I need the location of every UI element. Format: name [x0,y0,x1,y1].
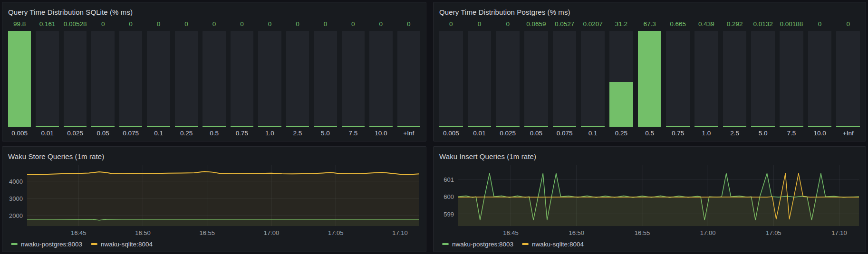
bar-bucket-label: 0.05 [91,127,114,139]
x-axis-tick-label: 16:50 [135,229,151,236]
bar-gauge-cell: 00.05 [91,17,114,139]
x-axis-tick-label: 17:00 [264,229,280,236]
timeseries-plot-row: 200030004000 [6,165,419,226]
bar-gauge-fill [64,126,87,127]
bar-gauge-cell: 00.025 [496,17,520,139]
bar-gauge-track [468,31,492,127]
bar-gauge-track [8,31,31,127]
timeseries-svg [27,165,419,226]
bar-gauge-cell: 00.075 [119,17,142,139]
bar-value-label: 0.0527 [553,17,577,31]
panel-waku-insert-queries: Waku Insert Queries (1m rate) 5996006011… [433,146,866,252]
bar-value-label: 0 [397,17,420,31]
bar-gauge-track [231,31,253,127]
bar-gauge-cell: 0.001887.5 [780,17,803,139]
bar-value-label: 0.439 [694,17,718,31]
y-axis-tick-label: 3000 [9,195,23,202]
bar-gauge-cell: 00.005 [439,17,463,139]
bar-bucket-label: 0.075 [553,127,577,139]
x-axis-tick-label: 16:50 [569,229,584,236]
panel-title[interactable]: Query Time Distribution Postgres (% ms) [439,8,570,16]
bar-gauge-track [36,31,58,127]
legend-color-swatch [91,243,97,245]
bar-gauge-fill [8,31,31,127]
bar-bucket-label: 0.025 [64,127,87,139]
bar-gauge-fill [369,126,392,127]
bar-gauge-cell: 00.5 [203,17,225,139]
bar-bucket-label: 5.0 [751,127,775,139]
bar-gauge-cell: 02.5 [286,17,309,139]
plot-area[interactable] [458,165,859,226]
bar-value-label: 0.161 [36,17,58,31]
bar-value-label: 99.8 [8,17,31,31]
bar-gauge-track [286,31,309,127]
panel-title[interactable]: Waku Store Queries (1m rate) [8,152,104,160]
bar-gauge-fill [231,126,253,127]
bar-value-label: 0 [203,17,225,31]
series-fill-nwaku-sqlite:8004 [27,171,419,226]
bar-gauge-cell: 01.0 [258,17,281,139]
bar-gauge-fill [286,126,309,127]
panel-header: Query Time Distribution Postgres (% ms) [434,2,866,17]
bar-value-label: 0 [91,17,114,31]
y-axis-tick-label: 4000 [9,178,23,185]
bar-gauge-fill [751,126,775,127]
legend-item[interactable]: nwaku-postgres:8003 [11,241,82,248]
bar-gauge-chart-sqlite: 99.80.0050.1610.010.005280.02500.0500.07… [2,17,426,141]
bar-gauge-track [439,31,463,127]
bar-gauge-track [836,31,860,127]
panel-title[interactable]: Query Time Distribution SQLite (% ms) [8,8,133,16]
timeseries-chart-insert-queries: 59960060116:4516:5016:5517:0017:0517:10n… [434,161,866,252]
bar-gauge-fill [780,126,803,127]
legend-item[interactable]: nwaku-sqlite:8004 [522,241,584,248]
bar-value-label: 0.665 [666,17,690,31]
bar-gauge-cell: 67.30.5 [638,17,662,139]
bar-value-label: 0.00188 [780,17,803,31]
panel-header: Waku Insert Queries (1m rate) [434,147,866,161]
bar-gauge-cell: 0.01325.0 [751,17,775,139]
y-axis-tick-label: 600 [444,193,454,200]
bar-gauge-track [524,31,548,127]
bar-value-label: 0 [496,17,520,31]
bar-bucket-label: 0.005 [8,127,31,139]
bar-gauge-track [314,31,337,127]
bar-gauge-fill [36,126,58,127]
bar-gauge-track [496,31,520,127]
bar-bucket-label: 1.0 [258,127,281,139]
plot-area[interactable] [27,165,419,226]
bar-value-label: 0.292 [723,17,747,31]
bar-gauge-fill [397,126,420,127]
y-axis: 200030004000 [6,165,27,226]
legend-color-swatch [522,243,529,245]
legend-series-label: nwaku-postgres:8003 [21,241,82,248]
y-axis-tick-label: 599 [444,210,454,217]
bar-gauge-track [723,31,747,127]
bar-gauge-cell: 00.1 [147,17,170,139]
bar-bucket-label: 2.5 [723,127,747,139]
y-axis: 599600601 [437,165,458,226]
bar-gauge-fill [342,126,365,127]
bar-gauge-fill [91,126,114,127]
bar-gauge-cell: 00.25 [175,17,198,139]
x-axis-tick-label: 16:55 [635,229,650,236]
bar-gauge-fill [314,126,337,127]
bar-gauge-cell: 0.05270.075 [553,17,577,139]
bar-value-label: 0 [147,17,170,31]
legend-item[interactable]: nwaku-postgres:8003 [442,241,513,248]
bar-gauge-fill [468,126,492,127]
bar-value-label: 0 [369,17,392,31]
panel-title[interactable]: Waku Insert Queries (1m rate) [439,152,536,160]
legend-item[interactable]: nwaku-sqlite:8004 [91,241,153,248]
bar-gauge-track [808,31,832,127]
bar-gauge-fill [609,82,633,127]
bar-gauge-track [147,31,170,127]
bar-gauge-fill [147,126,170,127]
bar-bucket-label: 0.5 [203,127,225,139]
timeseries-svg [458,165,859,226]
panel-waku-store-queries: Waku Store Queries (1m rate) 20003000400… [2,146,426,252]
bar-bucket-label: 0.01 [36,127,58,139]
panel-header: Waku Store Queries (1m rate) [2,147,426,161]
bar-gauge-track [203,31,225,127]
bar-bucket-label: 0.75 [231,127,253,139]
bar-gauge-track [666,31,690,127]
